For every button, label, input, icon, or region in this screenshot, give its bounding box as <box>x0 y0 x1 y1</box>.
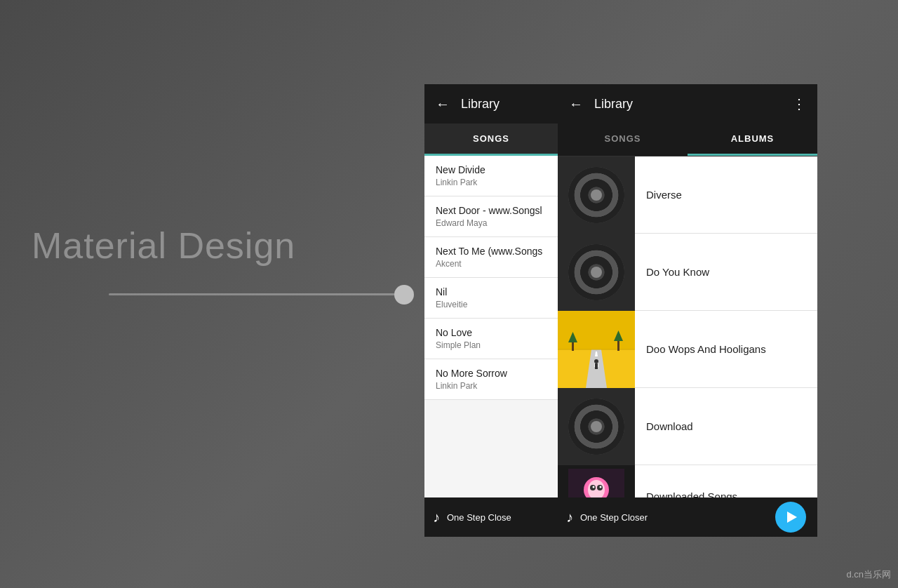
right-panel-title: Library <box>594 97 633 112</box>
right-back-icon[interactable]: ← <box>569 96 583 112</box>
song-title: Nil <box>436 286 547 298</box>
slider-track[interactable] <box>109 293 410 295</box>
album-thumbnail <box>558 234 635 311</box>
right-panel: ← Library ⋮ SONGS ALBUMS Diverse Do <box>558 84 817 537</box>
list-item[interactable]: Nil Eluveitie <box>424 278 558 319</box>
right-header-left: ← Library <box>569 96 633 112</box>
left-bottom-bar: ♪ One Step Close <box>424 497 558 537</box>
panel-container: ← Library SONGS New Divide Linkin Park N… <box>424 84 817 537</box>
song-artist: Linkin Park <box>436 178 547 187</box>
album-list: Diverse Do You Know <box>558 156 817 497</box>
road-art-icon <box>558 311 635 388</box>
album-name: Diverse <box>635 189 693 201</box>
left-back-icon[interactable]: ← <box>436 96 450 112</box>
left-panel: ← Library SONGS New Divide Linkin Park N… <box>424 84 558 537</box>
right-note-icon: ♪ <box>566 509 573 526</box>
album-name: Downloaded Songs <box>635 490 749 497</box>
watermark: d.cn当乐网 <box>846 568 891 581</box>
svg-rect-1 <box>558 311 635 349</box>
right-now-playing: One Step Closer <box>580 512 648 523</box>
song-artist: Linkin Park <box>436 381 547 391</box>
svg-rect-10 <box>617 341 619 351</box>
album-thumbnail <box>558 465 635 497</box>
tab-songs[interactable]: SONGS <box>558 123 688 156</box>
song-title: No Love <box>436 327 547 338</box>
list-item[interactable]: Next To Me (www.Songs Akcent <box>424 237 558 278</box>
song-list: New Divide Linkin Park Next Door - www.S… <box>424 156 558 497</box>
left-now-playing: One Step Close <box>447 512 511 523</box>
left-tab-songs[interactable]: SONGS <box>424 123 558 156</box>
album-name: Do You Know <box>635 266 721 278</box>
more-options-icon[interactable]: ⋮ <box>792 95 806 112</box>
album-thumbnail <box>558 156 635 234</box>
right-bottom-bar: ♪ One Step Closer <box>558 497 817 537</box>
album-name: Doo Wops And Hooligans <box>635 343 777 355</box>
song-title: New Divide <box>436 164 547 175</box>
slider-thumb[interactable] <box>394 285 414 305</box>
song-artist: Edward Maya <box>436 218 547 228</box>
right-panel-header: ← Library ⋮ <box>558 84 817 123</box>
song-title: No More Sorrow <box>436 368 547 379</box>
vinyl-icon <box>568 399 624 455</box>
song-artist: Eluveitie <box>436 300 547 309</box>
play-button[interactable] <box>775 502 806 533</box>
material-design-label: Material Design <box>32 225 295 267</box>
list-item[interactable]: No More Sorrow Linkin Park <box>424 359 558 400</box>
list-item[interactable]: Download <box>558 388 817 465</box>
list-item[interactable]: Diverse <box>558 156 817 234</box>
play-icon <box>787 512 797 523</box>
tab-albums[interactable]: ALBUMS <box>688 123 817 156</box>
svg-point-19 <box>600 486 602 488</box>
tabs-row: SONGS ALBUMS <box>558 123 817 156</box>
list-item[interactable]: Doo Wops And Hooligans <box>558 311 817 388</box>
slider[interactable] <box>109 293 410 295</box>
album-thumbnail <box>558 388 635 465</box>
song-title: Next To Me (www.Songs <box>436 246 547 257</box>
left-note-icon: ♪ <box>433 509 440 526</box>
left-panel-title: Library <box>461 97 500 112</box>
vinyl-icon <box>568 244 624 300</box>
list-item[interactable]: No Love Simple Plan <box>424 319 558 359</box>
svg-point-6 <box>594 359 598 363</box>
anime-art-icon <box>568 469 624 498</box>
album-thumbnail <box>558 311 635 388</box>
list-item[interactable]: Do You Know <box>558 234 817 311</box>
list-item[interactable]: Next Door - www.Songsl Edward Maya <box>424 196 558 237</box>
svg-point-18 <box>593 486 595 488</box>
album-name: Download <box>635 420 704 432</box>
song-title: Next Door - www.Songsl <box>436 205 547 216</box>
list-item[interactable]: Downloaded Songs <box>558 465 817 497</box>
vinyl-icon <box>568 167 624 223</box>
song-artist: Akcent <box>436 259 547 269</box>
svg-rect-8 <box>572 342 574 351</box>
song-artist: Simple Plan <box>436 340 547 350</box>
list-item[interactable]: New Divide Linkin Park <box>424 156 558 196</box>
left-panel-header: ← Library <box>424 84 558 123</box>
svg-rect-7 <box>595 363 598 369</box>
